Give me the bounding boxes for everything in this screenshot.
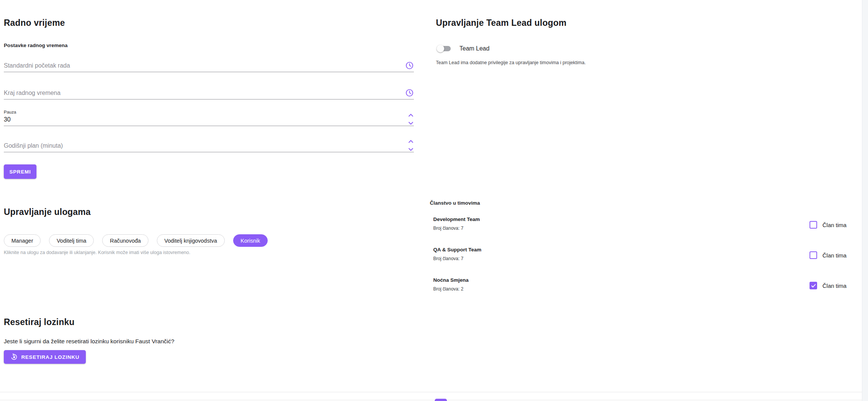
cutoff-footer-button[interactable] [435, 399, 447, 401]
role-chip-racunovodja[interactable]: Računovođa [102, 234, 148, 247]
checkbox-icon[interactable] [810, 221, 817, 229]
team-lead-description: Team Lead ima dodatne privilegije za upr… [436, 60, 586, 65]
team-name: Noćna Smjena [433, 277, 469, 283]
team-member-checkbox-label: Član tima [822, 252, 846, 259]
teams-title: Članstvo u timovima [430, 200, 480, 206]
team-row: QA & Support Team Broj članova: 7 [433, 247, 481, 261]
team-lead-toggle-label: Team Lead [459, 45, 489, 52]
work-time-subtitle: Postavke radnog vremena [4, 43, 68, 48]
team-member-count: Broj članova: 2 [433, 286, 469, 292]
annual-plan-input[interactable] [4, 142, 399, 152]
team-member-count: Broj članova: 7 [433, 226, 480, 231]
reset-password-button[interactable]: RESETIRAJ LOZINKU [4, 350, 86, 364]
team-member-count: Broj članova: 7 [433, 256, 481, 261]
clock-icon[interactable] [405, 61, 414, 70]
team-lead-toggle[interactable] [437, 45, 451, 52]
team-name: Development Team [433, 216, 480, 222]
team-member-checkbox-label: Član tima [822, 222, 846, 228]
end-time-input[interactable] [4, 90, 399, 99]
chevron-up-icon[interactable] [408, 140, 413, 143]
role-chip-voditelj-knjigovodstva[interactable]: Voditelj knjigovodstva [157, 234, 225, 247]
pause-label: Pauza [4, 110, 16, 114]
team-row: Development Team Broj članova: 7 [433, 216, 480, 231]
checkbox-icon[interactable] [810, 282, 817, 289]
work-time-title: Radno vrijeme [4, 18, 65, 28]
start-time-input[interactable] [4, 62, 399, 72]
team-lead-toggle-row: Team Lead [437, 45, 489, 52]
checkbox-icon[interactable] [810, 251, 817, 259]
chevron-up-icon[interactable] [408, 114, 413, 117]
role-chip-manager[interactable]: Manager [4, 234, 41, 247]
team-member-checkbox-label: Član tima [822, 283, 846, 289]
roles-help-text: Kliknite na ulogu za dodavanje ili uklan… [4, 250, 190, 255]
pause-field [4, 116, 414, 126]
roles-title: Upravljanje ulogama [4, 207, 91, 217]
team-name: QA & Support Team [433, 247, 481, 253]
reset-password-title: Resetiraj lozinku [4, 317, 74, 327]
scrollbar-track[interactable] [862, 0, 868, 401]
annual-plan-stepper [408, 140, 414, 151]
team-lead-title: Upravljanje Team Lead ulogom [436, 18, 567, 28]
annual-plan-field [4, 142, 414, 152]
role-chip-voditelj-tima[interactable]: Voditelj tima [49, 234, 94, 247]
role-chip-korisnik[interactable]: Korisnik [233, 234, 268, 247]
chevron-down-icon[interactable] [408, 122, 413, 125]
pause-stepper [408, 114, 414, 125]
team-member-checkbox-row[interactable]: Član tima [810, 282, 846, 289]
role-chip-row: Manager Voditelj tima Računovođa Voditel… [4, 234, 268, 247]
clock-icon[interactable] [405, 88, 414, 97]
lock-reset-icon [10, 353, 18, 361]
footer-bar-border [0, 400, 862, 400]
end-time-field [4, 90, 414, 99]
start-time-field [4, 62, 414, 72]
team-row: Noćna Smjena Broj članova: 2 [433, 277, 469, 292]
reset-password-button-label: RESETIRAJ LOZINKU [21, 354, 79, 360]
chevron-down-icon[interactable] [408, 148, 413, 151]
reset-password-confirm-text: Jeste li sigurni da želite resetirati lo… [4, 338, 174, 345]
pause-input[interactable] [4, 116, 399, 126]
team-member-checkbox-row[interactable]: Član tima [810, 221, 846, 229]
team-member-checkbox-row[interactable]: Član tima [810, 251, 846, 259]
save-button[interactable]: SPREMI [4, 164, 36, 179]
footer-divider [0, 392, 862, 392]
